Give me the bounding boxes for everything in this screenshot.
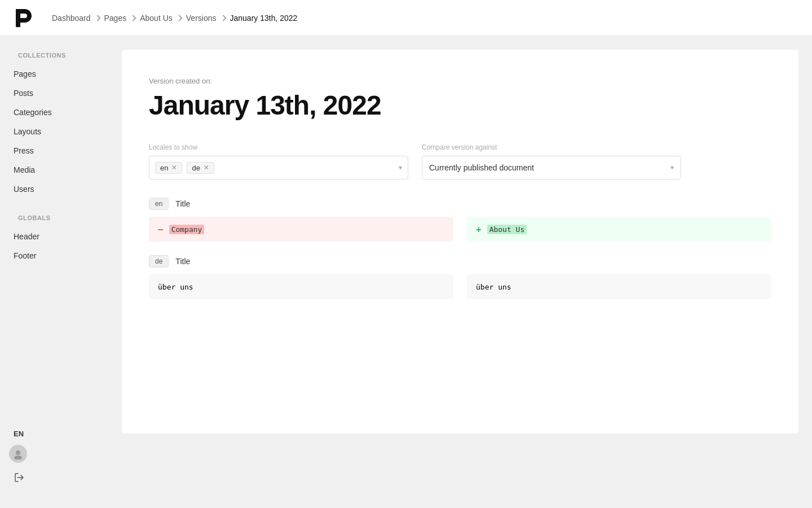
cell-text-en-right: About Us (487, 225, 527, 234)
locale-tag-de: de ✕ (187, 162, 214, 174)
breadcrumb-dashboard[interactable]: Dashboard (52, 14, 91, 23)
comparison-row-en: − Company + About Us (149, 217, 771, 242)
breadcrumb-aboutus[interactable]: About Us (140, 14, 173, 23)
comparison-cell-en-left: − Company (149, 217, 453, 242)
breadcrumb-sep-1 (94, 15, 100, 21)
sidebar-item-categories[interactable]: Categories (5, 103, 104, 121)
breadcrumb-versions[interactable]: Versions (186, 14, 217, 23)
content-area: Version created on: January 13th, 2022 L… (108, 36, 812, 508)
sidebar-language[interactable]: EN (9, 430, 99, 438)
sidebar-item-media[interactable]: Media (5, 161, 104, 179)
comparison-row-de: über uns über uns (149, 274, 771, 299)
field-label-de-title: Title (175, 257, 190, 266)
globals-label: Globals (9, 214, 60, 221)
locale-badge-en: en (149, 198, 169, 210)
locale-filter-label: Locales to show (149, 143, 408, 151)
breadcrumb: Dashboard Pages About Us Versions Januar… (52, 14, 297, 23)
locale-tag-en: en ✕ (155, 162, 182, 174)
svg-point-0 (16, 450, 20, 455)
cell-text-de-right: über uns (476, 283, 511, 291)
sidebar-item-users[interactable]: Users (5, 180, 104, 198)
sidebar-item-pages[interactable]: Pages (5, 65, 104, 83)
top-bar: Dashboard Pages About Us Versions Januar… (0, 0, 812, 36)
comparison-cell-en-right: + About Us (467, 217, 771, 242)
locale-badge-de: de (149, 255, 169, 268)
compare-filter-group: Compare version against Currently publis… (422, 143, 681, 179)
filters-row: Locales to show en ✕ de ✕ ▾ C (149, 143, 771, 179)
sidebar: Collections Pages Posts Categories Layou… (0, 36, 108, 508)
breadcrumb-sep-4 (220, 15, 226, 21)
breadcrumb-current: January 13th, 2022 (230, 14, 298, 23)
locale-filter-group: Locales to show en ✕ de ✕ ▾ (149, 143, 408, 179)
breadcrumb-sep-3 (176, 15, 182, 21)
breadcrumb-sep-2 (130, 15, 136, 21)
compare-select[interactable]: Currently published document ▾ (422, 156, 681, 179)
content-card: Version created on: January 13th, 2022 L… (122, 50, 798, 433)
cell-sign-en-right: + (476, 224, 482, 235)
locale-en-header: en Title (149, 198, 771, 210)
sidebar-item-header[interactable]: Header (5, 227, 104, 246)
locale-select[interactable]: en ✕ de ✕ ▾ (149, 156, 408, 179)
locale-select-chevron: ▾ (399, 164, 402, 172)
locale-tag-en-remove[interactable]: ✕ (171, 164, 177, 172)
breadcrumb-pages[interactable]: Pages (104, 14, 127, 23)
locale-tag-de-remove[interactable]: ✕ (204, 164, 209, 172)
compare-select-value: Currently published document (429, 163, 534, 172)
comparison-cell-de-right: über uns (467, 274, 771, 299)
compare-select-chevron: ▾ (670, 164, 674, 172)
cell-text-en-left: Company (169, 225, 205, 234)
main-layout: Collections Pages Posts Categories Layou… (0, 36, 812, 508)
locale-de-header: de Title (149, 255, 771, 268)
locale-section-de: de Title über uns über uns (149, 255, 771, 299)
sidebar-item-layouts[interactable]: Layouts (5, 122, 104, 141)
svg-point-1 (14, 456, 22, 459)
sidebar-item-press[interactable]: Press (5, 142, 104, 160)
compare-filter-label: Compare version against (422, 143, 681, 151)
avatar[interactable] (9, 445, 27, 463)
cell-sign-en-left: − (158, 224, 164, 235)
version-created-label: Version created on: (149, 77, 771, 85)
cell-text-de-left: über uns (158, 283, 193, 291)
collections-label: Collections (9, 52, 75, 59)
sidebar-item-posts[interactable]: Posts (5, 84, 104, 102)
field-label-en-title: Title (175, 199, 190, 208)
sidebar-item-footer[interactable]: Footer (5, 247, 104, 265)
version-date-title: January 13th, 2022 (149, 90, 771, 121)
logout-button[interactable] (9, 470, 99, 485)
locale-section-en: en Title − Company + About Us (149, 198, 771, 242)
logo (14, 8, 34, 28)
comparison-cell-de-left: über uns (149, 274, 453, 299)
